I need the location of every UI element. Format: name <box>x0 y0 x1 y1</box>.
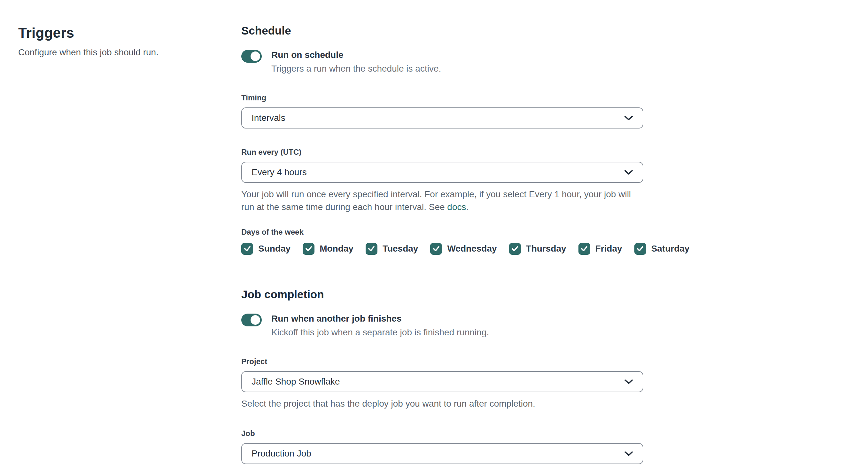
checkbox-checked-icon <box>366 243 377 255</box>
run-on-schedule-label: Run on schedule <box>271 49 441 60</box>
timing-selected-value: Intervals <box>251 113 285 123</box>
toggle-knob <box>251 52 260 61</box>
day-label: Saturday <box>651 244 690 254</box>
day-label: Friday <box>595 244 622 254</box>
toggle-knob <box>251 315 260 325</box>
chevron-down-icon <box>624 451 633 457</box>
day-label: Monday <box>319 244 353 254</box>
day-checkbox-sunday[interactable]: Sunday <box>241 243 290 255</box>
checkbox-checked-icon <box>303 243 314 255</box>
help-text-before: Your job will run once every specified i… <box>241 189 631 212</box>
day-checkbox-tuesday[interactable]: Tuesday <box>366 243 418 255</box>
chevron-down-icon <box>624 379 633 384</box>
run-every-help-text: Your job will run once every specified i… <box>241 188 643 214</box>
triggers-description-panel: Triggers Configure when this job should … <box>0 0 241 468</box>
checkbox-checked-icon <box>509 243 521 255</box>
timing-field: Timing Intervals <box>241 93 643 128</box>
page-subtitle: Configure when this job should run. <box>18 47 222 58</box>
project-selected-value: Jaffle Shop Snowflake <box>251 377 340 387</box>
run-on-schedule-text: Run on schedule Triggers a run when the … <box>271 49 441 74</box>
checkbox-checked-icon <box>430 243 442 255</box>
run-when-another-job-finishes-row: Run when another job finishes Kickoff th… <box>241 313 643 338</box>
days-of-week-field: Days of the week Sunday Monday Tuesday W… <box>241 228 643 255</box>
project-field: Project Jaffle Shop Snowflake Select the… <box>241 357 643 410</box>
job-label: Job <box>241 429 643 438</box>
run-on-schedule-description: Triggers a run when the schedule is acti… <box>271 63 441 74</box>
days-of-week-label: Days of the week <box>241 228 643 237</box>
project-help-text: Select the project that has the deploy j… <box>241 397 643 410</box>
run-on-schedule-toggle[interactable] <box>241 50 262 63</box>
timing-label: Timing <box>241 93 643 102</box>
run-every-select[interactable]: Every 4 hours <box>241 162 643 183</box>
timing-select[interactable]: Intervals <box>241 107 643 128</box>
day-checkbox-thursday[interactable]: Thursday <box>509 243 566 255</box>
day-checkbox-wednesday[interactable]: Wednesday <box>430 243 497 255</box>
docs-link[interactable]: docs <box>447 202 466 212</box>
checkbox-checked-icon <box>579 243 590 255</box>
run-on-schedule-row: Run on schedule Triggers a run when the … <box>241 49 643 74</box>
days-of-week-row: Sunday Monday Tuesday Wednesday Thursday <box>241 243 643 255</box>
checkbox-checked-icon <box>634 243 646 255</box>
day-label: Tuesday <box>382 244 418 254</box>
job-field: Job Production Job View job details. <box>241 429 643 468</box>
run-when-another-job-finishes-label: Run when another job finishes <box>271 313 489 324</box>
project-select[interactable]: Jaffle Shop Snowflake <box>241 371 643 392</box>
chevron-down-icon <box>624 115 633 121</box>
help-text-after: . <box>466 202 469 212</box>
project-label: Project <box>241 357 643 366</box>
job-completion-section-heading: Job completion <box>241 288 643 301</box>
day-checkbox-saturday[interactable]: Saturday <box>634 243 690 255</box>
run-when-another-job-finishes-description: Kickoff this job when a separate job is … <box>271 327 489 338</box>
schedule-section-heading: Schedule <box>241 24 643 37</box>
day-checkbox-monday[interactable]: Monday <box>303 243 353 255</box>
run-when-another-job-finishes-toggle[interactable] <box>241 314 262 326</box>
triggers-settings-page: Triggers Configure when this job should … <box>0 0 868 468</box>
job-selected-value: Production Job <box>251 448 311 459</box>
chevron-down-icon <box>624 169 633 175</box>
day-checkbox-friday[interactable]: Friday <box>579 243 622 255</box>
run-every-label: Run every (UTC) <box>241 148 643 157</box>
run-when-another-job-finishes-text: Run when another job finishes Kickoff th… <box>271 313 489 338</box>
day-label: Thursday <box>526 244 566 254</box>
checkbox-checked-icon <box>241 243 253 255</box>
run-every-selected-value: Every 4 hours <box>251 167 307 178</box>
day-label: Sunday <box>258 244 290 254</box>
run-every-field: Run every (UTC) Every 4 hours Your job w… <box>241 148 643 214</box>
page-title: Triggers <box>18 25 222 41</box>
triggers-form: Schedule Run on schedule Triggers a run … <box>241 0 643 468</box>
job-select[interactable]: Production Job <box>241 443 643 464</box>
day-label: Wednesday <box>447 244 497 254</box>
